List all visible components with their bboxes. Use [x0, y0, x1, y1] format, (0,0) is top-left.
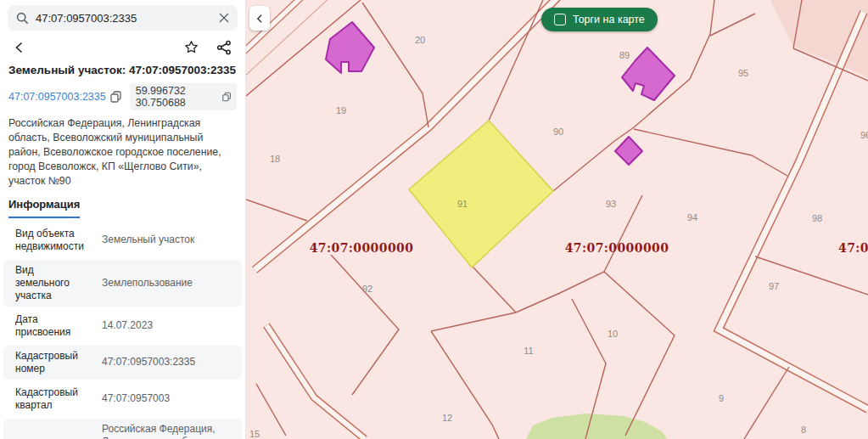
checkbox-unchecked-icon — [554, 14, 566, 25]
parcel-label: 12 — [442, 413, 452, 423]
tab-information[interactable]: Информация — [8, 198, 80, 218]
map-canvas[interactable]: 20 19 18 89 95 90 96 91 93 94 98 97 92 1… — [246, 0, 868, 439]
coordinates-chip[interactable]: 59.996732 30.750688 — [130, 83, 237, 110]
search-icon — [16, 12, 29, 25]
back-button[interactable] — [12, 40, 27, 55]
parcel-label: 93 — [606, 199, 616, 209]
search-input[interactable] — [36, 12, 212, 25]
parcel-label: 94 — [687, 212, 697, 222]
parcel-label: 90 — [553, 127, 563, 137]
chevron-left-icon — [255, 12, 265, 25]
parcel-label: 98 — [812, 213, 822, 223]
page-title: Земельный участок: 47:07:0957003:2335 — [8, 64, 237, 76]
quarter-label: 47:07:0000000 — [565, 241, 669, 255]
parcel-label: 96 — [860, 130, 868, 140]
table-row: Вид объекта недвижимости Земельный участ… — [3, 223, 242, 257]
parcel-label: 92 — [362, 284, 372, 294]
search-bar[interactable] — [8, 5, 238, 31]
copy-icon — [222, 91, 231, 103]
parcel-label: 15 — [249, 429, 260, 439]
parcel-label: 97 — [769, 281, 779, 291]
info-sidebar: Земельный участок: 47:07:0957003:2335 47… — [0, 0, 246, 439]
quarter-label: 47:07:0000000 — [838, 241, 868, 255]
parcel-label: 18 — [270, 154, 280, 164]
info-table: Вид объекта недвижимости Земельный участ… — [0, 223, 245, 439]
torgi-button-label: Торги на карте — [573, 14, 645, 25]
table-row: Кадастровый квартал 47:07:0957003 — [3, 382, 242, 416]
share-button[interactable] — [216, 40, 232, 55]
table-row: Кадастровый номер 47:07:0957003:2335 — [3, 346, 242, 380]
parcel-label: 9 — [719, 393, 724, 403]
object-address: Российская Федерация, Ленинградская обла… — [8, 116, 237, 189]
parcel-label: 20 — [415, 35, 425, 45]
parcel-label: 10 — [608, 329, 618, 339]
torgi-map-toggle-button[interactable]: Торги на карте — [541, 8, 658, 31]
table-row: Вид земельного участка Землепользование — [3, 260, 242, 307]
panel-actions — [12, 39, 232, 55]
cadastral-number-link[interactable]: 47:07:0957003:2335 — [8, 91, 121, 103]
cadastral-map[interactable]: 20 19 18 89 95 90 96 91 93 94 98 97 92 1… — [246, 0, 868, 439]
collapse-panel-button[interactable] — [249, 6, 270, 31]
copy-icon — [110, 91, 121, 103]
parcel-label: 8 — [801, 425, 806, 435]
favorite-star-button[interactable] — [183, 39, 199, 55]
table-row: Дата присвоения 14.07.2023 — [3, 309, 242, 343]
parcel-label: 91 — [457, 199, 468, 209]
table-row: Адрес Российская Федерация, Ленинградска… — [3, 419, 242, 439]
identifiers-row: 47:07:0957003:2335 59.996732 30.750688 — [8, 83, 237, 110]
parcel-label: 95 — [738, 68, 748, 78]
parcel-label: 89 — [619, 50, 630, 60]
close-icon[interactable] — [219, 13, 229, 23]
parcel-label: 19 — [336, 105, 346, 115]
quarter-label: 47:07:0000000 — [310, 241, 414, 255]
parcel-label: 11 — [524, 346, 533, 356]
